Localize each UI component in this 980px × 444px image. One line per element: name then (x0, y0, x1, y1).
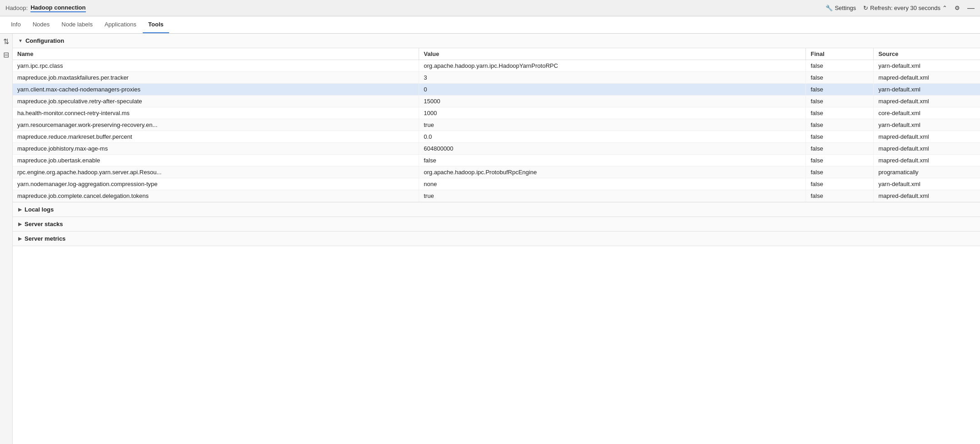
tab-tools[interactable]: Tools (143, 16, 169, 33)
col-header-source: Source (874, 48, 980, 60)
chevron-right-icon: ▶ (18, 222, 22, 227)
cell-value: 3 (419, 72, 806, 84)
cell-source: mapred-default.xml (874, 190, 980, 202)
cell-source: yarn-default.xml (874, 60, 980, 72)
cell-source: programatically (874, 166, 980, 178)
chevron-right-icon: ▶ (18, 207, 22, 212)
cell-name: yarn.ipc.rpc.class (13, 60, 419, 72)
cell-name: rpc.engine.org.apache.hadoop.yarn.server… (13, 166, 419, 178)
table-row[interactable]: yarn.ipc.rpc.classorg.apache.hadoop.yarn… (13, 60, 980, 72)
server-metrics-section: ▶ Server metrics (13, 232, 980, 246)
table-row[interactable]: yarn.nodemanager.log-aggregation.compres… (13, 178, 980, 190)
cell-final: false (806, 131, 874, 143)
table-row[interactable]: mapreduce.job.complete.cancel.delegation… (13, 190, 980, 202)
cell-final: false (806, 190, 874, 202)
table-row[interactable]: mapreduce.job.speculative.retry-after-sp… (13, 96, 980, 107)
cell-value: 0.0 (419, 131, 806, 143)
local-logs-section: ▶ Local logs (13, 202, 980, 217)
cell-final: false (806, 107, 874, 119)
refresh-icon: ↻ (863, 5, 868, 11)
settings-button[interactable]: 🔧 Settings (825, 5, 856, 11)
cell-value: 604800000 (419, 143, 806, 155)
cell-source: mapred-default.xml (874, 155, 980, 166)
cell-value: 15000 (419, 96, 806, 107)
local-logs-header[interactable]: ▶ Local logs (13, 202, 980, 217)
cell-name: ha.health-monitor.connect-retry-interval… (13, 107, 419, 119)
cell-name: mapreduce.job.speculative.retry-after-sp… (13, 96, 419, 107)
chevron-right-icon: ▶ (18, 236, 22, 241)
refresh-label: Refresh: every 30 seconds (870, 5, 940, 11)
title-bar-left: Hadoop: Hadoop connection (5, 4, 86, 12)
content-area: ⇅ ⊟ ▼ Configuration Name Value Final Sou… (0, 34, 980, 444)
table-row[interactable]: mapreduce.reduce.markreset.buffer.percen… (13, 131, 980, 143)
cell-name: mapreduce.job.complete.cancel.delegation… (13, 190, 419, 202)
split-icon[interactable]: ⊟ (3, 50, 9, 59)
cell-name: mapreduce.job.maxtaskfailures.per.tracke… (13, 72, 419, 84)
cell-final: false (806, 155, 874, 166)
cell-final: false (806, 166, 874, 178)
table-row[interactable]: yarn.client.max-cached-nodemanagers-prox… (13, 84, 980, 96)
table-row[interactable]: mapreduce.job.ubertask.enablefalsefalsem… (13, 155, 980, 166)
server-stacks-section: ▶ Server stacks (13, 217, 980, 232)
cell-source: mapred-default.xml (874, 72, 980, 84)
cell-source: yarn-default.xml (874, 178, 980, 190)
chevron-down-icon: ⌃ (942, 5, 947, 11)
filter-icon[interactable]: ⇅ (3, 37, 9, 46)
table-header-row: Name Value Final Source (13, 48, 980, 60)
server-metrics-label: Server metrics (25, 235, 65, 242)
tab-applications[interactable]: Applications (99, 16, 142, 33)
server-stacks-label: Server stacks (25, 221, 63, 227)
cell-name: mapreduce.job.ubertask.enable (13, 155, 419, 166)
cell-value: none (419, 178, 806, 190)
minimize-button[interactable]: — (967, 4, 975, 12)
col-header-name: Name (13, 48, 419, 60)
cell-source: mapred-default.xml (874, 96, 980, 107)
sidebar-icons: ⇅ ⊟ (0, 34, 13, 444)
refresh-button[interactable]: ↻ Refresh: every 30 seconds ⌃ (863, 5, 947, 11)
cell-value: true (419, 119, 806, 131)
table-row[interactable]: ha.health-monitor.connect-retry-interval… (13, 107, 980, 119)
configuration-header[interactable]: ▼ Configuration (13, 34, 980, 48)
cell-value: org.apache.hadoop.yarn.ipc.HadoopYarnPro… (419, 60, 806, 72)
connection-label: Hadoop connection (30, 4, 85, 12)
gear-button[interactable]: ⚙ (955, 5, 960, 11)
cell-final: false (806, 72, 874, 84)
cell-final: false (806, 84, 874, 96)
server-stacks-header[interactable]: ▶ Server stacks (13, 217, 980, 231)
title-bar: Hadoop: Hadoop connection 🔧 Settings ↻ R… (0, 0, 980, 16)
chevron-down-icon: ▼ (18, 38, 23, 43)
title-bar-right: 🔧 Settings ↻ Refresh: every 30 seconds ⌃… (825, 4, 975, 12)
tab-nodes[interactable]: Nodes (27, 16, 55, 33)
cell-source: mapred-default.xml (874, 131, 980, 143)
cell-final: false (806, 96, 874, 107)
cell-value: true (419, 190, 806, 202)
cell-source: yarn-default.xml (874, 84, 980, 96)
col-header-final: Final (806, 48, 874, 60)
table-row[interactable]: rpc.engine.org.apache.hadoop.yarn.server… (13, 166, 980, 178)
settings-label: Settings (835, 5, 856, 11)
wrench-icon: 🔧 (825, 5, 833, 11)
cell-final: false (806, 60, 874, 72)
col-header-value: Value (419, 48, 806, 60)
cell-source: core-default.xml (874, 107, 980, 119)
tab-info[interactable]: Info (5, 16, 26, 33)
cell-final: false (806, 143, 874, 155)
cell-final: false (806, 178, 874, 190)
configuration-section: ▼ Configuration Name Value Final Source … (13, 34, 980, 202)
table-row[interactable]: mapreduce.jobhistory.max-age-ms604800000… (13, 143, 980, 155)
cell-source: yarn-default.xml (874, 119, 980, 131)
config-table: Name Value Final Source yarn.ipc.rpc.cla… (13, 48, 980, 202)
cell-source: mapred-default.xml (874, 143, 980, 155)
configuration-label: Configuration (25, 37, 64, 44)
table-row[interactable]: yarn.resourcemanager.work-preserving-rec… (13, 119, 980, 131)
cell-name: yarn.resourcemanager.work-preserving-rec… (13, 119, 419, 131)
cell-value: 1000 (419, 107, 806, 119)
cell-name: yarn.client.max-cached-nodemanagers-prox… (13, 84, 419, 96)
server-metrics-header[interactable]: ▶ Server metrics (13, 232, 980, 246)
cell-name: mapreduce.reduce.markreset.buffer.percen… (13, 131, 419, 143)
cell-value: 0 (419, 84, 806, 96)
app-label: Hadoop: (5, 5, 28, 11)
tab-node-labels[interactable]: Node labels (56, 16, 98, 33)
table-row[interactable]: mapreduce.job.maxtaskfailures.per.tracke… (13, 72, 980, 84)
cell-name: mapreduce.jobhistory.max-age-ms (13, 143, 419, 155)
